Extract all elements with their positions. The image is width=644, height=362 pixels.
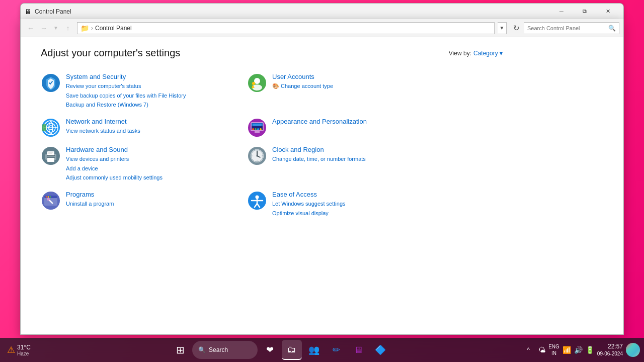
category-ease-access: Ease of Access Let Windows suggest setti… — [247, 187, 433, 222]
backup-restore-link[interactable]: Backup and Restore (Windows 7) — [66, 100, 186, 110]
change-date-link[interactable]: Change date, time, or number formats — [272, 154, 366, 164]
category-appearance: Appearance and Personalization — [247, 114, 433, 142]
ease-access-link[interactable]: Ease of Access — [272, 191, 346, 198]
search-button[interactable]: 🔍 — [608, 25, 616, 32]
weather-condition: Haze — [17, 351, 31, 356]
wifi-icon[interactable]: 📶 — [562, 346, 571, 354]
search-label: Search — [209, 346, 228, 353]
category-clock-region: Clock and Region Change date, time, or n… — [247, 142, 433, 187]
appearance-link[interactable]: Appearance and Personalization — [272, 118, 367, 125]
clock-region-link[interactable]: Clock and Region — [272, 146, 366, 153]
user-accounts-text: User Accounts 🎨 Change account type — [272, 73, 333, 91]
taskview-button[interactable]: ❤ — [260, 340, 280, 360]
refresh-button[interactable]: ↻ — [510, 22, 523, 34]
app4-button[interactable]: 🖥 — [348, 340, 368, 360]
volume-icon[interactable]: 🔊 — [574, 346, 583, 354]
back-button[interactable]: ← — [25, 22, 37, 34]
system-security-icon — [41, 73, 61, 93]
programs-link[interactable]: Programs — [66, 191, 114, 198]
mobility-settings-link[interactable]: Adjust commonly used mobility settings — [66, 173, 163, 183]
start-button[interactable]: ⊞ — [170, 340, 190, 360]
svg-point-44 — [48, 196, 49, 198]
weather-widget[interactable]: ⚠ 31°C Haze — [4, 342, 39, 358]
ease-access-icon — [247, 191, 267, 211]
profile-icon[interactable] — [626, 343, 640, 357]
address-dropdown[interactable]: ▼ — [498, 22, 507, 34]
app3-button[interactable]: ✏ — [326, 340, 346, 360]
app1-button[interactable]: 🗂 — [282, 340, 302, 360]
svg-rect-27 — [47, 158, 54, 162]
forward-button[interactable]: → — [38, 22, 50, 34]
folder-icon: 📁 — [80, 24, 89, 32]
view-devices-link[interactable]: View devices and printers — [66, 154, 163, 164]
svg-point-21 — [260, 128, 262, 130]
network-internet-icon — [41, 118, 61, 138]
language-widget[interactable]: ENG IN — [548, 343, 559, 356]
file-history-link[interactable]: Save backup copies of your files with Fi… — [66, 91, 186, 101]
optimize-visual-link[interactable]: Optimize visual display — [272, 209, 346, 218]
ease-access-text: Ease of Access Let Windows suggest setti… — [272, 191, 346, 218]
svg-rect-10 — [42, 124, 46, 131]
appearance-text: Appearance and Personalization — [272, 118, 367, 126]
main-content: Adjust your computer's settings View by:… — [21, 37, 623, 334]
category-network-internet: Network and Internet View network status… — [41, 114, 227, 142]
add-device-link[interactable]: Add a device — [66, 164, 163, 173]
system-status-link[interactable]: Review your computer's status — [66, 81, 186, 91]
svg-rect-16 — [255, 131, 260, 133]
language-region: IN — [548, 350, 559, 356]
app2-button[interactable]: 👥 — [304, 340, 324, 360]
svg-point-46 — [47, 198, 50, 201]
categories-grid: System and Security Review your computer… — [41, 69, 433, 222]
view-by-label: View by: — [449, 50, 471, 57]
restore-button[interactable]: ⧉ — [573, 4, 596, 20]
tray-overflow-button[interactable]: ^ — [521, 343, 535, 357]
svg-rect-17 — [253, 133, 261, 134]
svg-rect-25 — [47, 157, 55, 158]
up-button[interactable]: ↑ — [62, 22, 74, 34]
control-panel-window: ← → ▼ ↑ 📁 › Control Panel ▼ ↻ 🔍 Adjust y… — [20, 19, 624, 335]
category-system-security: System and Security Review your computer… — [41, 69, 227, 114]
programs-icon — [41, 191, 61, 211]
minimize-button[interactable]: ─ — [550, 4, 573, 20]
page-title: Adjust your computer's settings — [41, 47, 180, 59]
svg-rect-24 — [47, 155, 55, 156]
svg-point-19 — [255, 128, 257, 130]
svg-rect-15 — [253, 124, 262, 126]
weather-info: 31°C Haze — [17, 344, 31, 356]
change-account-link[interactable]: 🎨 Change account type — [272, 81, 333, 91]
programs-text: Programs Uninstall a program — [66, 191, 114, 209]
clock-region-text: Clock and Region Change date, time, or n… — [272, 146, 366, 164]
search-input[interactable] — [527, 25, 608, 31]
network-status-link[interactable]: View network status and tasks — [66, 126, 140, 136]
network-internet-link[interactable]: Network and Internet — [66, 118, 140, 125]
search-icon: 🔍 — [198, 346, 206, 353]
battery-icon[interactable]: 🔋 — [586, 346, 594, 354]
language-label: ENG — [548, 343, 559, 350]
clock-time: 22:57 — [597, 342, 623, 351]
recent-locations-button[interactable]: ▼ — [51, 22, 61, 34]
hardware-sound-link[interactable]: Hardware and Sound — [66, 146, 163, 153]
address-path-bar[interactable]: 📁 › Control Panel — [77, 22, 495, 34]
category-user-accounts: User Accounts 🎨 Change account type — [247, 69, 433, 114]
taskbar-center: ⊞ 🔍 Search ❤ 🗂 👥 ✏ 🖥 🔷 — [39, 340, 521, 360]
search-box[interactable]: 🔍 — [524, 22, 619, 34]
svg-point-18 — [252, 128, 254, 130]
network-internet-text: Network and Internet View network status… — [66, 118, 140, 136]
uninstall-link[interactable]: Uninstall a program — [66, 199, 114, 209]
system-security-link[interactable]: System and Security — [66, 73, 186, 80]
weather-temp: 31°C — [17, 344, 31, 351]
page-header: Adjust your computer's settings View by:… — [41, 47, 603, 59]
search-button[interactable]: 🔍 Search — [192, 341, 258, 359]
app5-button[interactable]: 🔷 — [370, 340, 390, 360]
view-by-value[interactable]: Category ▾ — [473, 50, 503, 57]
window-icon: 🖥 — [25, 8, 32, 16]
taskbar: ⚠ 31°C Haze ⊞ 🔍 Search ❤ 🗂 👥 ✏ 🖥 🔷 ^ 🌤 E… — [0, 338, 644, 362]
windows-suggest-link[interactable]: Let Windows suggest settings — [272, 199, 346, 209]
user-accounts-link[interactable]: User Accounts — [272, 73, 333, 80]
close-button[interactable]: ✕ — [596, 4, 619, 20]
user-accounts-icon — [247, 73, 267, 93]
system-security-text: System and Security Review your computer… — [66, 73, 186, 110]
clock-widget[interactable]: 22:57 09-06-2024 — [597, 342, 623, 358]
weather-icon: ⚠ — [7, 344, 15, 355]
category-hardware-sound: Hardware and Sound View devices and prin… — [41, 142, 227, 187]
